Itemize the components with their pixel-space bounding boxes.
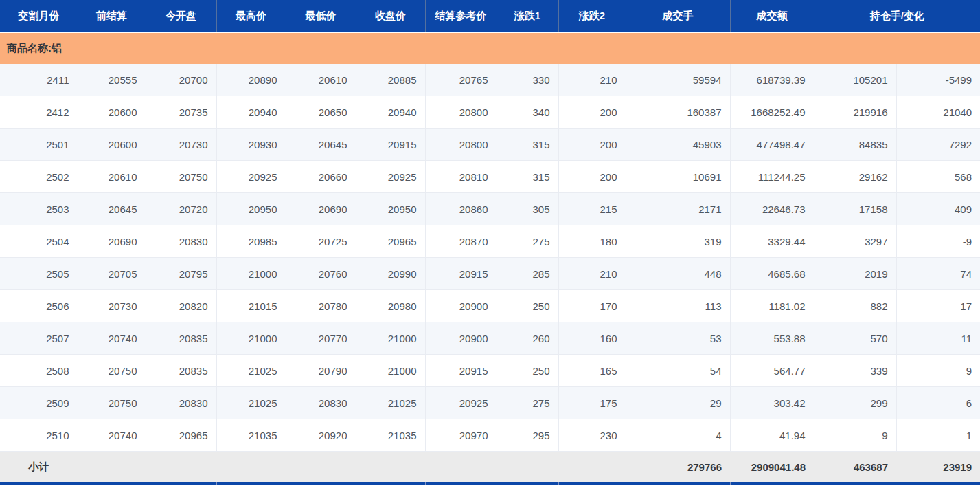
table-row: 2504206902083020985207252096520870275180… [0, 225, 980, 258]
next-header-cell [558, 482, 626, 485]
value-cell: 1668252.49 [730, 96, 814, 129]
value-cell: 165 [558, 355, 626, 387]
column-header: 今开盘 [146, 0, 216, 32]
value-cell: 20750 [78, 355, 146, 387]
table-row: 2412206002073520940206502094020800340200… [0, 96, 980, 129]
value-cell: 20900 [425, 290, 497, 322]
value-cell: 20765 [425, 64, 497, 96]
column-header: 最高价 [216, 0, 286, 32]
value-cell: 41.94 [730, 419, 814, 452]
subtotal-value [497, 452, 558, 483]
value-cell: 170 [558, 290, 626, 322]
next-header-cell [146, 482, 216, 485]
delivery-month-cell: 2412 [0, 96, 78, 129]
value-cell: 200 [558, 96, 626, 129]
table-body: 商品名称:铝 241120555207002089020610208852076… [0, 32, 980, 452]
value-cell: 409 [896, 193, 980, 225]
value-cell: 20990 [356, 258, 425, 290]
futures-quotes-table: 交割月份前结算今开盘最高价最低价收盘价结算参考价涨跌1涨跌2成交手成交额持仓手/… [0, 0, 980, 485]
value-cell: -9 [896, 225, 980, 258]
value-cell: 275 [497, 387, 558, 419]
value-cell: 20610 [78, 161, 146, 193]
subtotal-value: 2909041.48 [730, 452, 814, 483]
value-cell: 477498.47 [730, 129, 814, 161]
subtotal-value [558, 452, 626, 483]
value-cell: 564.77 [730, 355, 814, 387]
delivery-month-cell: 2504 [0, 225, 78, 258]
value-cell: 20660 [286, 161, 356, 193]
value-cell: 20835 [146, 322, 216, 355]
value-cell: 448 [626, 258, 730, 290]
value-cell: 20740 [78, 322, 146, 355]
value-cell: 22646.73 [730, 193, 814, 225]
value-cell: 74 [896, 258, 980, 290]
next-header-cell [497, 482, 558, 485]
value-cell: 175 [558, 387, 626, 419]
value-cell: 20830 [286, 387, 356, 419]
value-cell: 305 [497, 193, 558, 225]
value-cell: 21000 [216, 258, 286, 290]
value-cell: 84835 [814, 129, 896, 161]
value-cell: 20645 [286, 129, 356, 161]
value-cell: 21035 [356, 419, 425, 452]
value-cell: 20650 [286, 96, 356, 129]
column-header: 涨跌2 [558, 0, 626, 32]
value-cell: 160387 [626, 96, 730, 129]
next-header-cell [626, 482, 730, 485]
value-cell: 319 [626, 225, 730, 258]
value-cell: -5499 [896, 64, 980, 96]
value-cell: 20860 [425, 193, 497, 225]
value-cell: 20730 [78, 290, 146, 322]
commodity-group-row: 商品名称:铝 [0, 32, 980, 64]
column-header: 收盘价 [356, 0, 425, 32]
value-cell: 59594 [626, 64, 730, 96]
value-cell: 113 [626, 290, 730, 322]
next-section-header-strip [0, 482, 980, 485]
value-cell: 1181.02 [730, 290, 814, 322]
value-cell: 20790 [286, 355, 356, 387]
value-cell: 21000 [356, 322, 425, 355]
subtotal-value [78, 452, 146, 483]
value-cell: 20915 [425, 258, 497, 290]
value-cell: 29 [626, 387, 730, 419]
subtotal-value [216, 452, 286, 483]
value-cell: 299 [814, 387, 896, 419]
delivery-month-cell: 2501 [0, 129, 78, 161]
value-cell: 20610 [286, 64, 356, 96]
value-cell: 20900 [425, 322, 497, 355]
delivery-month-cell: 2503 [0, 193, 78, 225]
value-cell: 20820 [146, 290, 216, 322]
subtotal-value [425, 452, 497, 483]
value-cell: 20795 [146, 258, 216, 290]
value-cell: 570 [814, 322, 896, 355]
column-header: 最低价 [286, 0, 356, 32]
value-cell: 21025 [356, 387, 425, 419]
value-cell: 20600 [78, 129, 146, 161]
column-header: 结算参考价 [425, 0, 497, 32]
value-cell: 20920 [286, 419, 356, 452]
value-cell: 285 [497, 258, 558, 290]
table-row: 2501206002073020930206452091520800315200… [0, 129, 980, 161]
value-cell: 315 [497, 161, 558, 193]
value-cell: 210 [558, 64, 626, 96]
subtotal-value [146, 452, 216, 483]
table-row: 2502206102075020925206602092520810315200… [0, 161, 980, 193]
value-cell: 20870 [425, 225, 497, 258]
value-cell: 20985 [216, 225, 286, 258]
value-cell: 200 [558, 129, 626, 161]
table-row: 2507207402083521000207702100020900260160… [0, 322, 980, 355]
value-cell: 21035 [216, 419, 286, 452]
value-cell: 260 [497, 322, 558, 355]
value-cell: 21015 [216, 290, 286, 322]
value-cell: 20970 [425, 419, 497, 452]
next-header-cell [216, 482, 286, 485]
value-cell: 21025 [216, 387, 286, 419]
next-header-cell [356, 482, 425, 485]
value-cell: 20950 [216, 193, 286, 225]
value-cell: 20780 [286, 290, 356, 322]
value-cell: 20915 [425, 355, 497, 387]
next-header-cell [0, 482, 78, 485]
value-cell: 230 [558, 419, 626, 452]
value-cell: 20940 [216, 96, 286, 129]
value-cell: 20750 [146, 161, 216, 193]
